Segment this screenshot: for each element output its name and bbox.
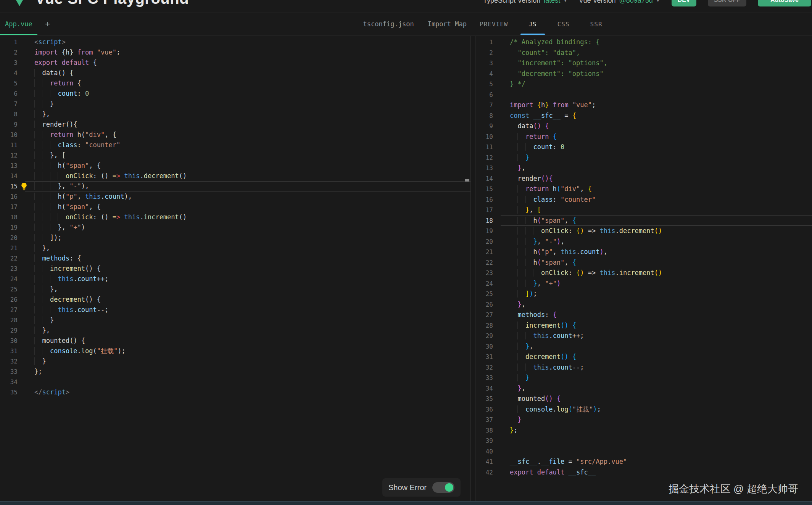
brand-link[interactable]: Vue SFC Playground <box>11 0 189 7</box>
code-line[interactable]: 27 methods: { <box>475 310 812 320</box>
code-line[interactable]: 26 }, <box>475 299 812 310</box>
code-line[interactable]: 9 render(){ <box>0 119 470 130</box>
code-line[interactable]: 2 "count": "data", <box>475 48 812 58</box>
js-output-panel[interactable]: 1/* Analyzed bindings: {2 "count": "data… <box>475 36 812 501</box>
code-line[interactable]: 39 <box>475 436 812 446</box>
code-line[interactable]: 20 ]); <box>0 233 470 243</box>
code-line[interactable]: 38}; <box>475 425 812 436</box>
code-line[interactable]: 13 }, <box>475 163 812 174</box>
code-line[interactable]: 28 } <box>0 315 470 325</box>
lightbulb-icon[interactable] <box>18 181 31 191</box>
code-line[interactable]: 4 data() { <box>0 68 470 78</box>
code-line[interactable]: 31 decrement() { <box>475 352 812 362</box>
code-line[interactable]: 28 increment() { <box>475 320 812 331</box>
dev-mode-button[interactable]: DEV <box>672 0 696 6</box>
code-line[interactable]: 1/* Analyzed bindings: { <box>475 37 812 48</box>
tab-import-map[interactable]: Import Map <box>428 13 467 35</box>
code-line[interactable]: 23 onClick: () => this.increment() <box>475 268 812 278</box>
code-line[interactable]: 9 data() { <box>475 121 812 132</box>
code-line[interactable]: 33}; <box>0 367 470 377</box>
code-line[interactable]: 13 h("span", { <box>0 161 470 171</box>
code-line[interactable]: 30 }, <box>475 341 812 352</box>
code-line[interactable]: 37 } <box>475 415 812 425</box>
js-output-viewer[interactable]: 1/* Analyzed bindings: {2 "count": "data… <box>475 36 812 478</box>
code-line[interactable]: 15 return h("div", { <box>475 184 812 195</box>
code-line[interactable]: 16 h("p", this.count), <box>0 191 470 202</box>
code-line[interactable]: 3export default { <box>0 58 470 68</box>
code-line[interactable]: 17 h("span", { <box>0 202 470 212</box>
code-line[interactable]: 1<script> <box>0 37 470 47</box>
code-line[interactable]: 26 decrement() { <box>0 294 470 305</box>
code-line[interactable]: 22 h("span", { <box>475 257 812 268</box>
code-line[interactable]: 23 increment() { <box>0 264 470 274</box>
code-line[interactable]: 14 onClick: () => this.decrement() <box>0 171 470 181</box>
code-line[interactable]: 32 this.count--; <box>475 362 812 373</box>
code-line[interactable]: 36 console.log("挂载"); <box>475 404 812 415</box>
show-error-toggle[interactable] <box>432 482 454 493</box>
code-line[interactable]: 35</script> <box>0 387 470 397</box>
code-line[interactable]: 15 }, "-"), <box>0 181 470 191</box>
code-line[interactable]: 29 this.count++; <box>475 331 812 341</box>
code-line[interactable]: 11 class: "counter" <box>0 140 470 150</box>
code-line[interactable]: 21 }, <box>0 243 470 253</box>
code-line[interactable]: 8const __sfc__ = { <box>475 111 812 121</box>
code-line[interactable]: 33 } <box>475 373 812 383</box>
code-line[interactable]: 19 onClick: () => this.decrement() <box>475 226 812 236</box>
code-line[interactable]: 35 mounted() { <box>475 394 812 404</box>
code-line[interactable]: 5} */ <box>475 79 812 90</box>
code-line[interactable]: 6 <box>475 90 812 100</box>
tab-css[interactable]: CSS <box>557 13 570 35</box>
code-line[interactable]: 12 } <box>475 153 812 163</box>
code-line[interactable]: 25 }, <box>0 284 470 294</box>
code-line[interactable]: 7import {h} from "vue"; <box>475 100 812 111</box>
tab-tsconfig-json[interactable]: tsconfig.json <box>363 13 414 35</box>
code-line[interactable]: 5 return { <box>0 78 470 88</box>
tab-app-vue[interactable]: App.vue <box>0 13 37 35</box>
panel-resize-divider[interactable] <box>471 36 475 501</box>
ssr-toggle-button[interactable]: SSR OFF <box>708 0 746 6</box>
vue-version-select[interactable]: Vue Version @809a75d ▼ <box>579 0 660 5</box>
code-line[interactable]: 12 }, [ <box>0 150 470 161</box>
tab-js[interactable]: JS <box>528 13 536 35</box>
code-line[interactable]: 19 }, "+") <box>0 222 470 233</box>
code-line[interactable]: 34 }, <box>475 383 812 394</box>
code-line[interactable]: 10 return { <box>475 132 812 142</box>
code-line[interactable]: 42export default __sfc__ <box>475 467 812 478</box>
tab-preview[interactable]: PREVIEW <box>480 13 508 35</box>
code-line[interactable]: 14 render(){ <box>475 174 812 184</box>
code-line[interactable]: 29 }, <box>0 325 470 336</box>
code-line[interactable]: 8 }, <box>0 109 470 119</box>
code-text: h("span", { <box>31 202 470 212</box>
code-line[interactable]: 22 methods: { <box>0 253 470 264</box>
tab-ssr[interactable]: SSR <box>590 13 603 35</box>
code-text: h("span", { <box>506 216 812 226</box>
code-line[interactable]: 3 "increment": "options", <box>475 58 812 69</box>
code-line[interactable]: 41__sfc__.__file = "src/App.vue" <box>475 457 812 467</box>
autosave-button[interactable]: AutoSave <box>758 0 811 6</box>
code-line[interactable]: 18 onClick: () => this.increment() <box>0 212 470 222</box>
code-line[interactable]: 25 ]); <box>475 289 812 299</box>
code-line[interactable]: 20 }, "-"), <box>475 236 812 247</box>
code-line[interactable]: 31 console.log("挂载"); <box>0 346 470 356</box>
code-line[interactable]: 27 this.count--; <box>0 305 470 315</box>
code-line[interactable]: 11 count: 0 <box>475 142 812 153</box>
code-line[interactable]: 24 this.count++; <box>0 274 470 284</box>
code-line[interactable]: 6 count: 0 <box>0 88 470 99</box>
code-line[interactable]: 18 h("span", { <box>475 216 812 226</box>
code-line[interactable]: 7 } <box>0 99 470 109</box>
source-editor-panel[interactable]: 1<script>2import {h} from "vue";3export … <box>0 36 471 501</box>
add-file-button[interactable]: + <box>37 13 58 35</box>
code-line[interactable]: 16 class: "counter" <box>475 195 812 205</box>
code-line[interactable]: 21 h("p", this.count), <box>475 247 812 257</box>
code-line[interactable]: 32 } <box>0 356 470 367</box>
code-line[interactable]: 24 }, "+") <box>475 278 812 289</box>
code-line[interactable]: 4 "decrement": "options" <box>475 69 812 79</box>
source-code-editor[interactable]: 1<script>2import {h} from "vue";3export … <box>0 36 470 397</box>
code-line[interactable]: 2import {h} from "vue"; <box>0 47 470 58</box>
code-line[interactable]: 30 mounted() { <box>0 336 470 346</box>
code-line[interactable]: 17 }, [ <box>475 205 812 216</box>
code-line[interactable]: 34 <box>0 377 470 387</box>
typescript-version-select[interactable]: TypeScript Version latest ▼ <box>483 0 567 5</box>
code-line[interactable]: 40 <box>475 446 812 457</box>
code-line[interactable]: 10 return h("div", { <box>0 130 470 140</box>
